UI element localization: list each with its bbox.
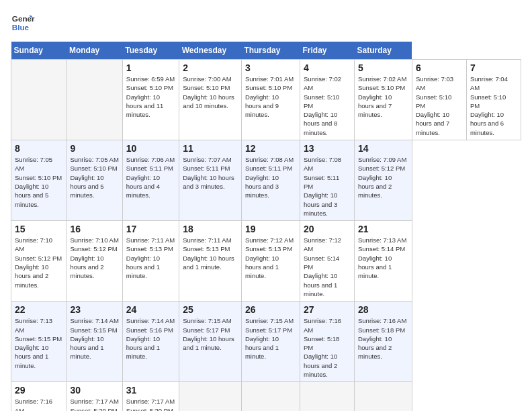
calendar-day-cell: 10Sunrise: 7:06 AMSunset: 5:11 PMDayligh… — [122, 140, 179, 221]
logo: General Blue — [11, 11, 35, 35]
day-info: Sunrise: 7:06 AMSunset: 5:11 PMDaylight:… — [126, 155, 175, 199]
day-info: Sunrise: 7:14 AMSunset: 5:16 PMDaylight:… — [126, 316, 175, 361]
calendar-day-cell: 23Sunrise: 7:14 AMSunset: 5:15 PMDayligh… — [66, 302, 122, 382]
weekday-header-row: SundayMondayTuesdayWednesdayThursdayFrid… — [11, 42, 521, 60]
calendar-day-cell: 29Sunrise: 7:16 AMSunset: 5:19 PMDayligh… — [11, 382, 66, 411]
day-info: Sunrise: 7:11 AMSunset: 5:13 PMDaylight:… — [126, 236, 175, 280]
calendar-day-cell: 24Sunrise: 7:14 AMSunset: 5:16 PMDayligh… — [122, 302, 179, 382]
calendar-day-cell: 19Sunrise: 7:12 AMSunset: 5:13 PMDayligh… — [241, 221, 300, 302]
day-number: 19 — [245, 224, 296, 234]
day-number: 28 — [358, 304, 408, 315]
day-number: 12 — [245, 143, 296, 154]
calendar-day-cell — [66, 60, 122, 140]
day-info: Sunrise: 7:02 AMSunset: 5:10 PMDaylight:… — [304, 75, 351, 137]
calendar-day-cell: 3Sunrise: 7:01 AMSunset: 5:10 PMDaylight… — [241, 60, 300, 140]
calendar-day-cell: 2Sunrise: 7:00 AMSunset: 5:10 PMDaylight… — [179, 60, 242, 140]
day-info: Sunrise: 7:00 AMSunset: 5:10 PMDaylight:… — [183, 75, 238, 110]
day-info: Sunrise: 7:13 AMSunset: 5:15 PMDaylight:… — [15, 316, 62, 370]
calendar-day-cell: 13Sunrise: 7:08 AMSunset: 5:11 PMDayligh… — [300, 140, 355, 221]
calendar-day-cell: 4Sunrise: 7:02 AMSunset: 5:10 PMDaylight… — [300, 60, 355, 140]
calendar-table: SundayMondayTuesdayWednesdayThursdayFrid… — [11, 42, 521, 411]
calendar-day-cell: 27Sunrise: 7:16 AMSunset: 5:18 PMDayligh… — [300, 302, 355, 382]
page-header: General Blue — [11, 11, 521, 35]
calendar-day-cell: 15Sunrise: 7:10 AMSunset: 5:12 PMDayligh… — [11, 221, 66, 302]
calendar-day-cell: 18Sunrise: 7:11 AMSunset: 5:13 PMDayligh… — [179, 221, 242, 302]
day-info: Sunrise: 7:17 AMSunset: 5:20 PMDaylight:… — [126, 397, 175, 411]
calendar-day-cell — [300, 382, 355, 411]
day-info: Sunrise: 7:15 AMSunset: 5:17 PMDaylight:… — [245, 316, 296, 361]
calendar-day-cell: 26Sunrise: 7:15 AMSunset: 5:17 PMDayligh… — [241, 302, 300, 382]
day-number: 16 — [70, 224, 118, 234]
day-number: 30 — [70, 385, 118, 396]
day-number: 23 — [70, 304, 118, 315]
calendar-day-cell: 1Sunrise: 6:59 AMSunset: 5:10 PMDaylight… — [122, 60, 179, 140]
calendar-day-cell — [179, 382, 242, 411]
day-number: 25 — [183, 304, 238, 315]
day-number: 8 — [15, 143, 62, 154]
logo-icon: General Blue — [11, 11, 35, 35]
day-number: 5 — [358, 62, 408, 73]
day-info: Sunrise: 7:17 AMSunset: 5:20 PMDaylight:… — [70, 397, 118, 411]
day-number: 15 — [15, 224, 62, 234]
day-number: 20 — [304, 224, 351, 234]
calendar-week-row: 15Sunrise: 7:10 AMSunset: 5:12 PMDayligh… — [11, 221, 521, 302]
day-number: 14 — [358, 143, 408, 154]
calendar-day-cell: 25Sunrise: 7:15 AMSunset: 5:17 PMDayligh… — [179, 302, 242, 382]
weekday-header: Wednesday — [179, 42, 242, 60]
calendar-day-cell: 12Sunrise: 7:08 AMSunset: 5:11 PMDayligh… — [241, 140, 300, 221]
day-info: Sunrise: 7:04 AMSunset: 5:10 PMDaylight:… — [470, 75, 517, 137]
calendar-day-cell: 21Sunrise: 7:13 AMSunset: 5:14 PMDayligh… — [355, 221, 412, 302]
calendar-day-cell: 11Sunrise: 7:07 AMSunset: 5:11 PMDayligh… — [179, 140, 242, 221]
calendar-day-cell: 20Sunrise: 7:12 AMSunset: 5:14 PMDayligh… — [300, 221, 355, 302]
day-info: Sunrise: 7:02 AMSunset: 5:10 PMDaylight:… — [358, 75, 408, 119]
day-number: 13 — [304, 143, 351, 154]
calendar-week-row: 29Sunrise: 7:16 AMSunset: 5:19 PMDayligh… — [11, 382, 521, 411]
day-info: Sunrise: 7:10 AMSunset: 5:12 PMDaylight:… — [15, 236, 62, 289]
day-number: 9 — [70, 143, 118, 154]
calendar-week-row: 22Sunrise: 7:13 AMSunset: 5:15 PMDayligh… — [11, 302, 521, 382]
day-info: Sunrise: 7:16 AMSunset: 5:18 PMDaylight:… — [304, 316, 351, 379]
calendar-day-cell: 28Sunrise: 7:16 AMSunset: 5:18 PMDayligh… — [355, 302, 412, 382]
day-number: 3 — [245, 62, 296, 73]
day-number: 24 — [126, 304, 175, 315]
calendar-day-cell: 14Sunrise: 7:09 AMSunset: 5:12 PMDayligh… — [355, 140, 412, 221]
day-number: 7 — [470, 62, 517, 73]
day-info: Sunrise: 7:13 AMSunset: 5:14 PMDaylight:… — [358, 236, 408, 280]
day-info: Sunrise: 6:59 AMSunset: 5:10 PMDaylight:… — [126, 75, 175, 119]
calendar-day-cell: 30Sunrise: 7:17 AMSunset: 5:20 PMDayligh… — [66, 382, 122, 411]
day-info: Sunrise: 7:16 AMSunset: 5:18 PMDaylight:… — [358, 316, 408, 361]
day-number: 1 — [126, 62, 175, 73]
calendar-week-row: 1Sunrise: 6:59 AMSunset: 5:10 PMDaylight… — [11, 60, 521, 140]
day-number: 31 — [126, 385, 175, 396]
day-number: 4 — [304, 62, 351, 73]
calendar-day-cell: 7Sunrise: 7:04 AMSunset: 5:10 PMDaylight… — [466, 60, 521, 140]
calendar-day-cell: 5Sunrise: 7:02 AMSunset: 5:10 PMDaylight… — [355, 60, 412, 140]
day-number: 11 — [183, 143, 238, 154]
weekday-header: Tuesday — [122, 42, 179, 60]
day-number: 29 — [15, 385, 62, 396]
day-info: Sunrise: 7:09 AMSunset: 5:12 PMDaylight:… — [358, 155, 408, 199]
day-number: 17 — [126, 224, 175, 234]
calendar-day-cell — [355, 382, 412, 411]
weekday-header: Thursday — [241, 42, 300, 60]
calendar-day-cell: 9Sunrise: 7:05 AMSunset: 5:10 PMDaylight… — [66, 140, 122, 221]
calendar-week-row: 8Sunrise: 7:05 AMSunset: 5:10 PMDaylight… — [11, 140, 521, 221]
weekday-header: Saturday — [355, 42, 412, 60]
day-info: Sunrise: 7:10 AMSunset: 5:12 PMDaylight:… — [70, 236, 118, 280]
day-info: Sunrise: 7:16 AMSunset: 5:19 PMDaylight:… — [15, 397, 62, 411]
svg-text:General: General — [12, 14, 35, 23]
weekday-header: Sunday — [11, 42, 66, 60]
calendar-day-cell: 8Sunrise: 7:05 AMSunset: 5:10 PMDaylight… — [11, 140, 66, 221]
day-info: Sunrise: 7:07 AMSunset: 5:11 PMDaylight:… — [183, 155, 238, 191]
svg-text:Blue: Blue — [12, 23, 30, 32]
day-info: Sunrise: 7:14 AMSunset: 5:15 PMDaylight:… — [70, 316, 118, 361]
day-info: Sunrise: 7:12 AMSunset: 5:14 PMDaylight:… — [304, 236, 351, 298]
day-number: 2 — [183, 62, 238, 73]
calendar-day-cell: 17Sunrise: 7:11 AMSunset: 5:13 PMDayligh… — [122, 221, 179, 302]
day-number: 10 — [126, 143, 175, 154]
day-info: Sunrise: 7:08 AMSunset: 5:11 PMDaylight:… — [304, 155, 351, 218]
weekday-header: Monday — [66, 42, 122, 60]
day-info: Sunrise: 7:15 AMSunset: 5:17 PMDaylight:… — [183, 316, 238, 352]
day-info: Sunrise: 7:03 AMSunset: 5:10 PMDaylight:… — [416, 75, 463, 137]
day-info: Sunrise: 7:05 AMSunset: 5:10 PMDaylight:… — [15, 155, 62, 209]
